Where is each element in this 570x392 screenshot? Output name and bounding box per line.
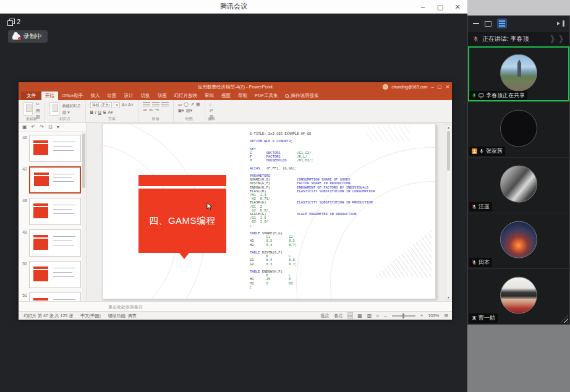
speaker-view-icon[interactable]: [485, 21, 491, 27]
notes-pane[interactable]: 单击此处添加备注: [19, 301, 452, 311]
ribbon-tab-切换[interactable]: 切换: [137, 92, 153, 100]
recording-badge[interactable]: 录制中: [8, 30, 48, 43]
gallery-view-icon[interactable]: [497, 19, 507, 28]
slide-thumbnail[interactable]: [29, 292, 81, 301]
video-tile[interactable]: 李春顶正在共享: [468, 46, 569, 102]
ribbon-tab-设计[interactable]: 设计: [120, 92, 137, 100]
maximize-button[interactable]: ▢: [436, 3, 444, 11]
close-button[interactable]: ✕: [454, 3, 461, 11]
numbering-icon[interactable]: ≕: [149, 108, 153, 113]
slide-title-shape[interactable]: 四、GAMS编程: [138, 189, 226, 253]
slide-sorter-icon[interactable]: ▦: [357, 313, 362, 318]
grow-font-icon[interactable]: A˄ A˅: [122, 103, 134, 108]
slide-canvas: 四、GAMS编程 $ TITLE: 2x2 CES EXAMPLE OF GEO…: [87, 123, 452, 301]
qat-more-icon[interactable]: ▾: [57, 124, 59, 130]
ribbon-tab-PDF工具集[interactable]: PDF工具集: [251, 92, 282, 100]
ppt-close-button[interactable]: ✕: [446, 84, 449, 90]
group-label-editing: 编辑: [205, 116, 218, 122]
shape-rect-icon[interactable]: ▭: [178, 102, 182, 107]
ribbon-tab-开始[interactable]: 开始: [41, 92, 58, 100]
slide-thumbnail[interactable]: [29, 229, 81, 257]
strikethrough-button[interactable]: S: [103, 109, 106, 115]
account-email[interactable]: chunding@163.com: [392, 85, 428, 89]
thumbnail-row: 49: [20, 229, 81, 258]
italic-button[interactable]: I: [95, 109, 96, 115]
ppt-maximize-button[interactable]: ▢: [438, 84, 442, 90]
quick-styles-icon[interactable]: ▨▾: [186, 108, 192, 113]
new-slide-label[interactable]: 新建幻灯片: [62, 103, 81, 109]
slideshow-view-icon[interactable]: ▹: [376, 313, 379, 318]
zoom-in-icon[interactable]: +: [420, 313, 423, 318]
align-left-icon[interactable]: [143, 102, 150, 106]
ribbon-tab-视图[interactable]: 视图: [218, 92, 234, 100]
video-tile[interactable]: 张家茜: [468, 102, 569, 158]
video-tile[interactable]: 曹一航: [468, 269, 569, 325]
replace-icon[interactable]: ⇄: [210, 108, 214, 113]
slideshow-icon[interactable]: ⊡: [48, 124, 53, 130]
comments-button[interactable]: 批注: [321, 313, 330, 319]
thumbnail-row: 50: [20, 261, 81, 289]
gams-code-block[interactable]: $ TITLE: 2x2 CES EXAMPLE OF GEOPTION NLP…: [250, 132, 433, 296]
redo-icon[interactable]: ↷: [40, 124, 44, 130]
layout-icon[interactable]: ▥ ▾: [62, 110, 81, 115]
copy-icon[interactable]: ▤: [36, 108, 40, 113]
align-right-icon[interactable]: [161, 102, 169, 106]
ppt-minimize-button[interactable]: –: [431, 84, 433, 90]
find-icon[interactable]: ⌕: [210, 102, 214, 107]
paste-button[interactable]: [23, 102, 33, 116]
zoom-slider[interactable]: [392, 315, 415, 317]
shapes-more-icon[interactable]: ▦: [196, 102, 200, 107]
ribbon-tab-操作说明搜索[interactable]: 操作说明搜索: [281, 92, 322, 100]
new-slide-button[interactable]: [49, 102, 59, 116]
meeting-titlebar: 腾讯会议 – ▢ ✕: [0, 0, 467, 14]
fit-slide-icon[interactable]: ⊞: [444, 313, 448, 318]
zoom-out-icon[interactable]: –: [384, 313, 386, 318]
language-indicator[interactable]: 中文(中国): [80, 313, 101, 319]
collapse-panel-icon[interactable]: [557, 20, 564, 27]
participant-name: 李春顶正在共享: [486, 92, 525, 100]
reading-view-icon[interactable]: ▥: [367, 313, 372, 318]
slide-thumbnail[interactable]: [29, 261, 81, 288]
slide[interactable]: 四、GAMS编程 $ TITLE: 2x2 CES EXAMPLE OF GEO…: [102, 124, 436, 299]
font-size-select[interactable]: 9: [114, 102, 119, 108]
shared-screen-count[interactable]: 2: [7, 18, 20, 25]
ribbon: ✂ ▤ ▧ 剪贴板 新建幻灯片 ▥ ▾ 幻灯片: [19, 100, 452, 123]
ribbon-tab-Office助手[interactable]: Office助手: [58, 92, 87, 100]
bullets-icon[interactable]: ≔: [143, 108, 147, 113]
ribbon-tab-绘图[interactable]: 绘图: [103, 92, 120, 100]
video-tile[interactable]: 汪遥: [468, 158, 569, 213]
ribbon-tab-审阅[interactable]: 审阅: [201, 92, 218, 100]
thumbnail-number: 46: [20, 135, 29, 163]
indent-icon[interactable]: ⇥: [155, 108, 159, 113]
canvas-scrollbar[interactable]: ▴▾: [446, 124, 451, 300]
normal-view-icon[interactable]: ▭: [348, 313, 353, 318]
accessibility-status[interactable]: 辅助功能: 调查: [108, 313, 137, 319]
slide-thumbnail[interactable]: [29, 198, 81, 225]
panel-minimize-icon[interactable]: [473, 23, 479, 24]
shape-circle-icon[interactable]: ◯: [184, 102, 189, 107]
ribbon-tab-幻灯片放映[interactable]: 幻灯片放映: [170, 92, 201, 100]
ribbon-tab-帮助[interactable]: 帮助: [234, 92, 251, 100]
notes-button[interactable]: 备注: [334, 313, 343, 319]
shape-arrow-icon[interactable]: ⇗: [190, 102, 194, 107]
slide-thumbnail[interactable]: [29, 166, 81, 194]
arrange-icon[interactable]: ▣▾: [178, 108, 184, 113]
align-center-icon[interactable]: [152, 102, 160, 106]
font-color-icon[interactable]: A▾: [108, 110, 113, 115]
font-name-select[interactable]: 等线 (正文): [90, 102, 113, 108]
zoom-level[interactable]: 103%: [428, 313, 439, 318]
speaking-label: 正在讲话: 李春顶: [482, 35, 529, 43]
bold-button[interactable]: B: [90, 109, 93, 115]
thumbnail-scrollbar[interactable]: [82, 132, 86, 301]
undo-icon[interactable]: ↶: [32, 124, 36, 130]
ribbon-tab-插入[interactable]: 插入: [87, 92, 103, 100]
slide-thumbnail[interactable]: [29, 135, 81, 162]
video-tile[interactable]: 田本: [468, 213, 569, 269]
cut-icon[interactable]: ✂: [36, 102, 40, 107]
save-icon[interactable]: ▣: [22, 124, 27, 130]
underline-button[interactable]: U: [98, 109, 101, 115]
ribbon-tab-动画[interactable]: 动画: [153, 92, 170, 100]
ribbon-tab-文件[interactable]: 文件: [21, 92, 41, 100]
minimize-button[interactable]: –: [419, 3, 427, 11]
ribbon-group-editing: ⌕ ⇄ ▥ 编辑: [205, 100, 218, 122]
